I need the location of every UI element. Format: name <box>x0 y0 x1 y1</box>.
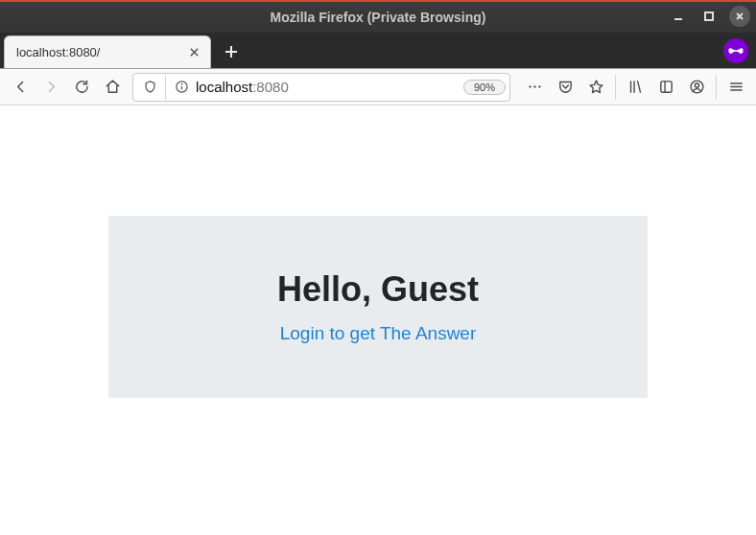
url-bar[interactable]: localhost:8080 90% <box>132 73 510 102</box>
login-link[interactable]: Login to get The Answer <box>280 323 477 344</box>
new-tab-button[interactable] <box>215 35 248 68</box>
account-button[interactable] <box>682 73 711 102</box>
app-menu-button[interactable] <box>721 73 750 102</box>
svg-point-12 <box>533 85 535 87</box>
window-minimize-button[interactable] <box>668 6 689 27</box>
window-title: Mozilla Firefox (Private Browsing) <box>271 10 486 25</box>
tab-strip: localhost:8080/ <box>0 33 756 69</box>
window-titlebar: Mozilla Firefox (Private Browsing) <box>0 0 756 33</box>
tab-active[interactable]: localhost:8080/ <box>4 35 211 68</box>
separator <box>716 75 717 100</box>
reload-button[interactable] <box>67 73 96 102</box>
url-rest: :8080 <box>252 79 289 95</box>
window-close-button[interactable] <box>729 6 750 27</box>
tab-close-button[interactable] <box>185 44 202 61</box>
window-maximize-button[interactable] <box>698 6 720 27</box>
page-viewport: Hello, Guest Login to get The Answer <box>0 105 756 535</box>
separator <box>615 75 616 100</box>
tracking-protection-icon[interactable] <box>137 75 162 100</box>
svg-line-17 <box>637 81 640 92</box>
home-button[interactable] <box>98 73 127 102</box>
library-button[interactable] <box>621 73 650 102</box>
hero-card: Hello, Guest Login to get The Answer <box>108 216 648 398</box>
svg-marker-14 <box>590 81 602 92</box>
greeting-heading: Hello, Guest <box>277 269 479 310</box>
svg-rect-1 <box>705 12 713 20</box>
zoom-indicator[interactable]: 90% <box>463 80 506 95</box>
svg-rect-18 <box>660 81 671 92</box>
forward-button[interactable] <box>36 73 65 102</box>
toolbar-right-cluster <box>516 73 750 102</box>
url-host: localhost <box>196 79 252 95</box>
svg-point-11 <box>529 85 531 87</box>
sidebars-button[interactable] <box>651 73 680 102</box>
private-browsing-icon <box>723 38 748 63</box>
tab-label: localhost:8080/ <box>16 45 100 59</box>
save-to-pocket-button[interactable] <box>551 73 579 102</box>
navigation-toolbar: localhost:8080 90% <box>0 69 756 105</box>
back-button[interactable] <box>6 73 35 102</box>
bookmark-star-button[interactable] <box>581 73 610 102</box>
site-info-icon[interactable] <box>169 75 194 100</box>
window-controls <box>668 6 750 27</box>
svg-point-10 <box>181 83 182 84</box>
url-text[interactable]: localhost:8080 <box>194 79 458 95</box>
svg-point-21 <box>695 83 698 87</box>
svg-point-13 <box>538 85 540 87</box>
separator <box>165 75 166 100</box>
page-actions-button[interactable] <box>520 73 549 102</box>
